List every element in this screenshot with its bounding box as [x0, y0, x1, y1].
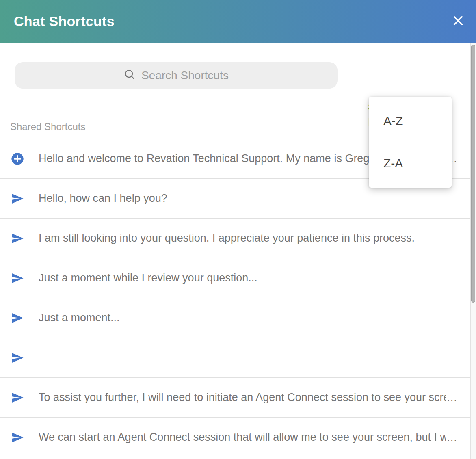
- shortcut-text: We can start an Agent Connect session th…: [39, 431, 446, 444]
- search-placeholder: Search Shortcuts: [141, 69, 229, 82]
- plus-circle-icon: [11, 152, 24, 165]
- shortcut-item[interactable]: Just a moment while I review your questi…: [0, 258, 476, 298]
- shortcut-item[interactable]: To assist you further, I will need to in…: [0, 378, 476, 418]
- scrollbar-track[interactable]: [470, 43, 476, 459]
- sort-dropdown-menu: A-Z Z-A: [369, 97, 452, 188]
- send-icon: [11, 192, 24, 205]
- shortcut-item[interactable]: Just a moment...: [0, 298, 476, 338]
- search-input[interactable]: Search Shortcuts: [15, 62, 338, 89]
- scrollbar-thumb[interactable]: [471, 45, 475, 303]
- section-label: Shared Shortcuts: [10, 121, 85, 132]
- send-icon: [11, 351, 24, 364]
- sort-option-za[interactable]: Z-A: [369, 142, 452, 184]
- chat-shortcuts-dialog: Chat Shortcuts Search Shortcuts Sort Non…: [0, 0, 476, 459]
- shortcut-item[interactable]: We can start an Agent Connect session th…: [0, 418, 476, 457]
- search-icon: [123, 68, 136, 82]
- truncation-ellipsis: …: [446, 391, 457, 404]
- shortcut-text: To assist you further, I will need to in…: [39, 391, 446, 404]
- truncation-ellipsis: …: [446, 431, 457, 444]
- shortcut-item[interactable]: [0, 338, 476, 378]
- dialog-header: Chat Shortcuts: [0, 0, 476, 43]
- dialog-title: Chat Shortcuts: [14, 13, 449, 29]
- shortcut-text: Just a moment...: [39, 312, 120, 324]
- toolbar: Search Shortcuts Sort None: [0, 43, 476, 89]
- send-icon: [11, 232, 24, 245]
- shortcut-item[interactable]: I am still looking into your question. I…: [0, 219, 476, 258]
- send-icon: [11, 431, 24, 444]
- shortcut-text: I am still looking into your question. I…: [39, 232, 415, 245]
- send-icon: [11, 272, 24, 285]
- close-icon: [452, 15, 464, 28]
- shortcut-text: Just a moment while I review your questi…: [39, 272, 257, 284]
- send-icon: [11, 391, 24, 404]
- sort-option-az[interactable]: A-Z: [369, 100, 452, 142]
- shortcut-text: Hello, how can I help you?: [39, 192, 167, 205]
- send-icon: [11, 312, 24, 325]
- close-button[interactable]: [449, 13, 467, 30]
